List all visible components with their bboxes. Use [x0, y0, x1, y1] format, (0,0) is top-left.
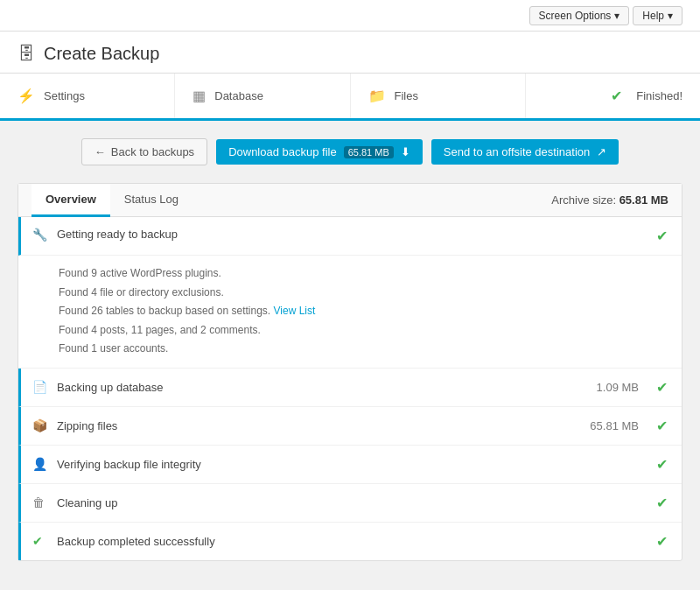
screen-options-button[interactable]: Screen Options ▾: [529, 6, 630, 25]
cleaning-label: Cleaning up: [57, 496, 648, 509]
zip-check: ✔: [656, 418, 668, 434]
completed-label: Backup completed successfully: [57, 535, 648, 548]
tabs-area: Overview Status Log Archive size: 65.81 …: [18, 183, 682, 561]
back-to-backups-label: Back to backups: [111, 145, 194, 158]
step-finished[interactable]: ✔ Finished!: [526, 74, 700, 118]
database-step-icon: ▦: [192, 88, 206, 104]
database-label: Backing up database: [57, 381, 588, 394]
cleaning-check: ✔: [656, 495, 668, 511]
wrench-icon: 🔧: [32, 228, 48, 242]
download-backup-label: Download backup file: [228, 145, 337, 158]
trash-icon: 🗑: [32, 495, 48, 509]
zipping-label: Zipping files: [57, 419, 581, 432]
archive-size-label: Archive size:: [551, 193, 616, 207]
page-header: 🗄 Create Backup: [0, 32, 700, 74]
download-icon: ⬇: [401, 145, 410, 158]
finished-check-icon: ✔: [611, 88, 622, 104]
view-list-link[interactable]: View List: [274, 305, 316, 317]
left-arrow-icon: ←: [94, 145, 106, 158]
database-log-icon: 📄: [32, 380, 48, 394]
log-item-database: 📄 Backing up database 1.09 MB ✔: [18, 369, 682, 407]
tabs-header: Overview Status Log Archive size: 65.81 …: [18, 184, 682, 217]
log-item-verifying: 👤 Verifying backup file integrity ✔: [18, 446, 682, 484]
log-item-zipping: 📦 Zipping files 65.81 MB ✔: [18, 407, 682, 446]
send-icon: ↗: [597, 145, 606, 158]
chevron-down-icon: ▾: [614, 10, 620, 22]
content-area: ← Back to backups Download backup file 6…: [0, 121, 700, 579]
finished-step-label: Finished!: [636, 89, 682, 102]
zip-icon: 📦: [32, 418, 48, 432]
top-bar: Screen Options ▾ Help ▾: [0, 0, 700, 32]
detail-line-4: Found 4 posts, 11 pages, and 2 comments.: [59, 321, 668, 341]
completed-icon: ✔: [32, 534, 48, 548]
send-offsite-label: Send to an offsite destination: [444, 145, 590, 158]
getting-ready-label: Getting ready to backup: [57, 228, 648, 241]
completed-check: ✔: [656, 533, 668, 550]
step-files[interactable]: 📁 Files: [351, 74, 526, 118]
help-label: Help: [642, 10, 664, 22]
tab-status-log[interactable]: Status Log: [110, 184, 192, 217]
download-backup-button[interactable]: Download backup file 65.81 MB ⬇: [216, 139, 423, 165]
settings-step-icon: ⚡: [18, 88, 35, 104]
detail-line-2: Found 4 file or directory exclusions.: [59, 284, 668, 303]
page-title: Create Backup: [44, 44, 159, 64]
help-button[interactable]: Help ▾: [633, 6, 682, 25]
files-step-icon: 📁: [368, 88, 386, 104]
detail-line-1: Found 9 active WordPress plugins.: [59, 264, 668, 284]
download-file-size: 65.81 MB: [344, 146, 394, 158]
log-item-cleaning: 🗑 Cleaning up ✔: [18, 484, 682, 523]
log-item-completed: ✔ Backup completed successfully ✔: [18, 523, 682, 560]
detail-line-5: Found 1 user accounts.: [59, 340, 668, 359]
detail-line-3: Found 26 tables to backup based on setti…: [59, 302, 668, 321]
tab-overview[interactable]: Overview: [32, 184, 110, 217]
database-size: 1.09 MB: [597, 381, 639, 394]
action-bar: ← Back to backups Download backup file 6…: [18, 138, 682, 165]
database-step-label: Database: [214, 89, 263, 102]
zip-size: 65.81 MB: [590, 419, 639, 432]
backup-icon: 🗄: [18, 44, 35, 64]
send-offsite-button[interactable]: Send to an offsite destination ↗: [431, 139, 619, 165]
verify-icon: 👤: [32, 457, 48, 471]
top-bar-right: Screen Options ▾ Help ▾: [529, 6, 682, 25]
screen-options-label: Screen Options: [539, 10, 612, 22]
step-database[interactable]: ▦ Database: [175, 74, 350, 118]
files-step-label: Files: [395, 89, 418, 102]
verifying-label: Verifying backup file integrity: [57, 458, 648, 471]
getting-ready-details: Found 9 active WordPress plugins. Found …: [18, 256, 682, 369]
archive-size: Archive size: 65.81 MB: [551, 185, 668, 215]
log-item-getting-ready: 🔧 Getting ready to backup ✔: [18, 217, 682, 256]
chevron-down-icon: ▾: [668, 10, 673, 22]
step-settings[interactable]: ⚡ Settings: [0, 74, 175, 118]
verifying-check: ✔: [656, 456, 668, 473]
getting-ready-check: ✔: [656, 228, 668, 244]
archive-size-value: 65.81 MB: [620, 193, 668, 207]
steps-bar: ⚡ Settings ▦ Database 📁 Files ✔ Finished…: [0, 74, 700, 121]
settings-step-label: Settings: [44, 89, 85, 102]
database-check: ✔: [656, 379, 668, 396]
back-to-backups-button[interactable]: ← Back to backups: [81, 138, 207, 165]
